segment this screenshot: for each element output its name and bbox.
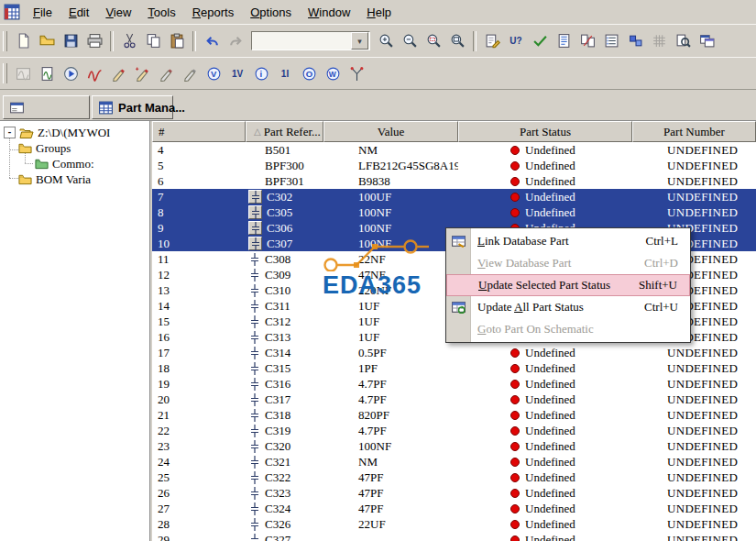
table-row-26[interactable]: 26C32347PFUndefinedUNDEFINED — [152, 485, 756, 501]
column-header-part-number[interactable]: Part Number — [632, 121, 756, 142]
tree-item-label: Commo: — [52, 157, 94, 171]
status-dot-icon — [510, 535, 520, 541]
create-netlist-button[interactable] — [553, 29, 575, 52]
table-row-5[interactable]: 5BPF300LFB212G45SG8A192UndefinedUNDEFINE… — [152, 158, 756, 173]
voltage-level-marker-button[interactable] — [107, 62, 130, 85]
cell-part-number: UNDEFINED — [632, 204, 756, 220]
table-row-17[interactable]: 17C3140.5PFUndefinedUNDEFINED — [152, 345, 756, 360]
table-row-19[interactable]: 19C3164.7PFUndefinedUNDEFINED — [152, 376, 756, 392]
menu-file[interactable]: File — [25, 2, 60, 23]
cell-value: 220NF — [323, 282, 458, 298]
menu-options[interactable]: Options — [242, 2, 300, 23]
column-header-part-refer[interactable]: △Part Refer... — [246, 121, 323, 142]
menu-item-update-all-part-status[interactable]: Update All Part StatusCtrl+U — [446, 296, 690, 318]
tree-item-commo[interactable]: Commo: — [35, 156, 94, 171]
annotate-button[interactable] — [481, 29, 504, 52]
branch-marker-button[interactable] — [345, 62, 368, 85]
zoom-area-button[interactable] — [422, 29, 445, 52]
menu-item-shortcut: Ctrl+L — [646, 234, 691, 248]
cut-button[interactable] — [118, 29, 141, 52]
menu-help[interactable]: Help — [358, 2, 400, 23]
column-header-value[interactable]: Value — [323, 121, 458, 142]
tree-expander-icon[interactable]: - — [4, 127, 16, 138]
bill-of-materials-icon — [604, 33, 619, 49]
menu-reports[interactable]: Reports — [184, 2, 243, 23]
power-marker-button[interactable] — [179, 62, 202, 85]
column-header-label: Value — [378, 125, 405, 139]
tab-minimized-window[interactable] — [3, 95, 90, 119]
zoom-out-button[interactable] — [399, 29, 422, 52]
project-manager-button[interactable] — [672, 29, 695, 52]
cell-part-reference: C322 — [246, 469, 323, 485]
menu-item-update-selected-part-status[interactable]: Update Selected Part StatusShift+U — [446, 274, 690, 296]
run-pspice-button[interactable] — [60, 62, 82, 85]
design-rules-check-button[interactable] — [529, 29, 552, 52]
enable-bias-current-button[interactable]: i — [250, 62, 273, 85]
table-row-7[interactable]: 7C302100UFUndefinedUNDEFINED — [152, 189, 756, 204]
cell-part-status: Undefined — [458, 173, 632, 189]
tree-item-bom-varia[interactable]: BOM Varia — [18, 171, 91, 187]
table-row-6[interactable]: 6BPF301B9838UndefinedUNDEFINED — [152, 173, 756, 189]
table-row-28[interactable]: 28C32622UFUndefinedUNDEFINED — [152, 516, 756, 532]
menu-item-link-database-part[interactable]: Link Database PartCtrl+L — [446, 230, 690, 252]
edit-simulation-profile-button[interactable] — [36, 62, 59, 85]
bill-of-materials-button[interactable] — [600, 29, 623, 52]
new-document-button[interactable] — [12, 29, 35, 52]
table-row-29[interactable]: 29C327UndefinedUNDEFINED — [152, 532, 756, 541]
table-row-4[interactable]: 4B501NMUndefinedUNDEFINED — [152, 142, 756, 158]
combo-dropdown-icon[interactable]: ▾ — [351, 32, 368, 50]
toggle-bias-current-button[interactable]: 1I — [274, 62, 297, 85]
print-button[interactable] — [83, 29, 106, 52]
table-row-22[interactable]: 22C3194.7PFUndefinedUNDEFINED — [152, 423, 756, 438]
voltage-differential-marker-button[interactable] — [131, 62, 154, 85]
toggle-bias-voltage-button[interactable]: 1V — [226, 62, 249, 85]
branch-marker-icon — [349, 66, 365, 82]
open-document-button[interactable] — [36, 29, 59, 52]
tree-item-groups[interactable]: Groups — [18, 140, 71, 156]
toggle-bias-power-button[interactable]: W — [322, 62, 345, 85]
help-contents-button[interactable] — [696, 29, 718, 52]
table-row-21[interactable]: 21C318820PFUndefinedUNDEFINED — [152, 407, 756, 423]
column-header-part-status[interactable]: Part Status — [458, 121, 632, 142]
table-row-18[interactable]: 18C3151PFUndefinedUNDEFINED — [152, 360, 756, 376]
part-reference-text: B501 — [265, 142, 290, 158]
view-simulation-results-button[interactable] — [83, 62, 106, 85]
status-dot-icon — [510, 473, 520, 482]
cell-row-number: 25 — [152, 469, 246, 485]
toolbar-grip[interactable] — [3, 63, 7, 83]
cell-part-reference: C308 — [246, 251, 323, 267]
table-row-25[interactable]: 25C32247PFUndefinedUNDEFINED — [152, 469, 756, 485]
capacitor-icon — [248, 205, 262, 219]
zoom-in-button[interactable] — [375, 29, 398, 52]
toolbar-grip[interactable] — [3, 31, 7, 51]
enable-bias-power-button[interactable]: O — [298, 62, 321, 85]
table-row-8[interactable]: 8C305100NFUndefinedUNDEFINED — [152, 204, 756, 220]
table-row-20[interactable]: 20C3174.7PFUndefinedUNDEFINED — [152, 392, 756, 407]
cell-row-number: 18 — [152, 360, 246, 376]
status-text: Undefined — [525, 454, 575, 469]
table-row-24[interactable]: 24C321NMUndefinedUNDEFINED — [152, 454, 756, 469]
minimized-window-icon — [9, 100, 25, 116]
cross-reference-button[interactable] — [576, 29, 599, 52]
current-marker-button[interactable] — [155, 62, 178, 85]
tab-part-mana[interactable]: Part Mana... — [92, 95, 173, 119]
menu-tools[interactable]: Tools — [139, 2, 183, 23]
copy-button[interactable] — [142, 29, 165, 52]
column-header-[interactable]: # — [152, 121, 246, 142]
status-dot-icon — [510, 489, 520, 498]
back-annotate-button[interactable]: U? — [505, 29, 528, 52]
enable-bias-voltage-button[interactable]: V — [203, 62, 225, 85]
report-button[interactable] — [624, 29, 647, 52]
save-document-button[interactable] — [60, 29, 82, 52]
redo-button — [225, 29, 247, 52]
menu-edit[interactable]: Edit — [60, 2, 97, 23]
table-row-27[interactable]: 27C32447PFUndefinedUNDEFINED — [152, 501, 756, 516]
undo-button[interactable] — [201, 29, 224, 52]
table-row-23[interactable]: 23C320100NFUndefinedUNDEFINED — [152, 438, 756, 454]
menu-view[interactable]: View — [97, 2, 139, 23]
tree-item-z-d-mywoi[interactable]: -Z:\D\(MYWOI — [4, 125, 110, 140]
menu-window[interactable]: Window — [300, 2, 358, 23]
zoom-all-button[interactable] — [446, 29, 469, 52]
part-selection-combo[interactable]: ▾ — [251, 31, 370, 50]
paste-button[interactable] — [166, 29, 189, 52]
